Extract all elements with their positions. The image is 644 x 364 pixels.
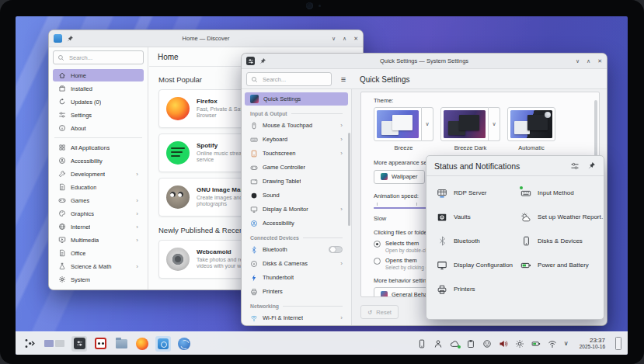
theme-option-automatic[interactable]: Automatic [507,107,555,151]
maximize-button[interactable]: ∧ [587,58,590,64]
section-header: Networking [245,300,348,311]
status-item-disks-devices[interactable]: Disks & Devices [518,229,604,253]
bluetooth-toggle[interactable] [329,246,343,253]
sidebar-item-development[interactable]: Development › [53,168,144,180]
taskbar-firefox[interactable] [134,336,150,352]
clipboard-tray-icon[interactable] [466,338,476,348]
sidebar-item-thunderbolt[interactable]: Thunderbolt [245,271,348,284]
settings-titlebar[interactable]: Quick Settings — System Settings ∨ ∧ ✕ [242,54,607,69]
status-item-bluetooth[interactable]: Bluetooth [434,229,515,253]
wallpaper-button[interactable]: Wallpaper [374,170,425,184]
sidebar-item-installed[interactable]: Installed [53,82,144,95]
sidebar-item-home[interactable]: Home [53,69,144,81]
weather-icon [520,212,531,223]
sidebar-item-about[interactable]: About [53,122,144,134]
taskbar-discover[interactable] [155,336,171,352]
minimize-button[interactable]: ∨ [576,58,580,64]
sidebar-item-accessibility[interactable]: Accessibility [245,217,348,230]
show-desktop-button[interactable] [615,337,621,350]
status-item-input-method[interactable]: Input Method [518,181,604,205]
quick-settings-icon [250,95,259,103]
sidebar-item-disks-cameras[interactable]: Disks & Cameras › [245,257,348,270]
status-item-rdp-server[interactable]: RDP Server [434,181,515,205]
theme-option-breeze[interactable]: ∨ Breeze [374,107,433,151]
sidebar-item-touchscreen[interactable]: Touchscreen › [245,147,348,160]
sidebar-item-accessibility[interactable]: Accessibility [53,154,144,167]
pin-icon[interactable] [587,161,596,170]
pin-icon[interactable] [66,35,74,43]
discover-search[interactable] [53,50,144,64]
sidebar-item-system[interactable]: System [53,273,144,286]
taskbar-file-manager[interactable] [113,336,129,352]
sidebar-item-games[interactable]: Games › [53,194,144,206]
touchscreen-icon [250,150,258,158]
mouse-icon [250,122,258,130]
sidebar-item-sound[interactable]: Sound [245,189,348,202]
cloud-sync-tray-icon[interactable] [450,338,460,348]
sidebar-item-all-applications[interactable]: All Applications [53,141,144,154]
content-scrollbar[interactable] [594,100,597,162]
sidebar-item-display-monitor[interactable]: Display & Monitor › [245,203,348,216]
virtual-desktop-pager[interactable] [43,336,66,352]
minimize-button[interactable]: ∨ [332,36,336,41]
sidebar-item-bluetooth[interactable]: Bluetooth [245,243,348,256]
theme-option-breeze-dark[interactable]: ∨ Breeze Dark [440,107,500,151]
digital-clock[interactable]: 23:37 2025-10-16 [580,338,605,350]
emoji-picker-tray-icon[interactable] [482,338,493,348]
sidebar-item-internet[interactable]: Internet › [53,220,144,233]
sidebar-scrollbar[interactable] [348,133,350,226]
status-item-weather-report[interactable]: Set up Weather Report… [518,205,604,229]
sidebar-item-game-controller[interactable]: Game Controller [245,161,348,174]
battery-tray-icon[interactable] [531,338,541,348]
desktop-1[interactable] [44,340,54,347]
sidebar-item-updates[interactable]: Updates (0) [53,95,144,108]
disks-icon [250,260,258,268]
theme-dropdown-button[interactable]: ∨ [489,107,500,141]
breeze-preview [377,110,419,138]
sidebar-item-science-math[interactable]: Science & Math › [53,260,144,272]
status-item-power-battery[interactable]: Power and Battery [518,253,604,277]
sidebar-item-printers[interactable]: Printers [245,285,348,298]
taskbar-web-browser[interactable] [176,336,192,352]
pin-icon[interactable] [259,57,266,65]
theme-dropdown-button[interactable]: ∨ [422,107,433,141]
maximize-button[interactable]: ∧ [343,36,346,41]
discover-titlebar[interactable]: Home — Discover ∨ ∧ ✕ [49,30,363,47]
sidebar-item-multimedia[interactable]: Multimedia › [53,234,144,246]
status-item-display-configuration[interactable]: Display Configuration [434,253,515,277]
settings-search[interactable] [246,72,332,86]
sidebar-item-mouse-touchpad[interactable]: Mouse & Touchpad › [245,119,348,132]
hamburger-menu-button[interactable]: ≡ [336,72,350,86]
sidebar-item-quick-settings[interactable]: Quick Settings [245,92,348,106]
bluetooth-icon [250,246,258,254]
sidebar-item-drawing-tablet[interactable]: Drawing Tablet [245,175,348,188]
taskbar-media-app[interactable] [92,336,108,352]
kde-connect-tray-icon[interactable] [417,338,427,348]
desktop-2[interactable] [55,340,64,347]
taskbar-system-settings[interactable] [71,336,87,352]
wifi-tray-icon[interactable] [548,338,558,348]
brightness-tray-icon[interactable] [515,338,525,348]
reset-button[interactable]: ↺ Reset [360,305,399,319]
search-input[interactable] [68,54,139,62]
status-item-vaults[interactable]: Vaults [434,205,515,229]
status-item-printers[interactable]: Printers [434,277,515,301]
configure-entries-icon[interactable] [570,161,580,171]
tray-expand-button[interactable]: ∨ [564,340,572,347]
sidebar-item-office[interactable]: Office [53,247,144,259]
app-launcher-button[interactable] [22,336,37,352]
user-switcher-tray-icon[interactable] [433,338,444,348]
radio-button-unselected[interactable] [374,258,381,265]
updates-icon [58,98,66,106]
close-button[interactable]: ✕ [597,58,602,64]
sidebar-separator [54,137,142,138]
close-button[interactable]: ✕ [353,36,358,41]
volume-tray-icon[interactable] [499,338,509,348]
search-input[interactable] [261,75,327,84]
sidebar-item-education[interactable]: Education [53,181,144,193]
sidebar-item-settings[interactable]: Settings [53,109,144,121]
sidebar-item-wifi-internet[interactable]: Wi-Fi & Internet › [245,311,348,324]
sidebar-item-graphics[interactable]: Graphics › [53,207,144,220]
radio-button-selected[interactable] [374,241,381,248]
sidebar-item-keyboard[interactable]: Keyboard › [245,133,348,146]
